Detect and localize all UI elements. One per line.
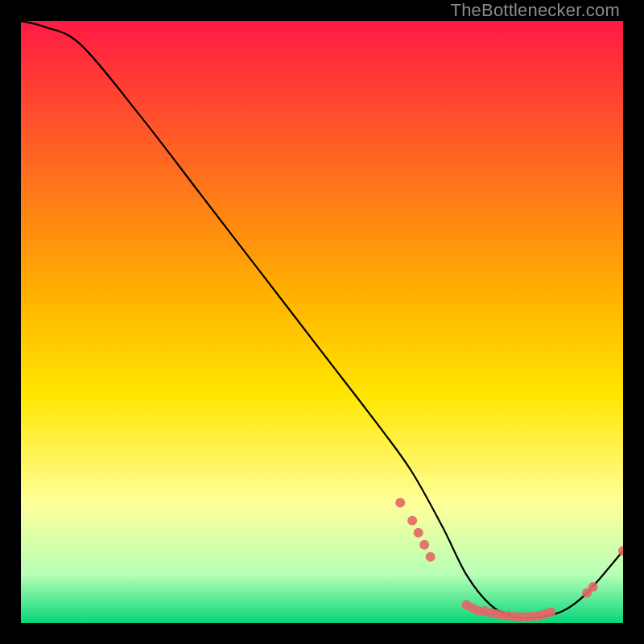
data-marker xyxy=(414,528,423,538)
chart-viewport: TheBottlenecker.com xyxy=(0,0,644,644)
data-marker xyxy=(546,608,555,617)
data-marker xyxy=(588,582,598,592)
watermark-label: TheBottlenecker.com xyxy=(451,0,620,21)
data-marker xyxy=(419,540,429,550)
gradient-background xyxy=(21,21,623,623)
plot-area xyxy=(21,21,623,623)
data-marker xyxy=(426,552,436,562)
data-marker xyxy=(407,516,417,526)
chart-svg xyxy=(21,21,623,623)
data-marker xyxy=(395,497,405,507)
